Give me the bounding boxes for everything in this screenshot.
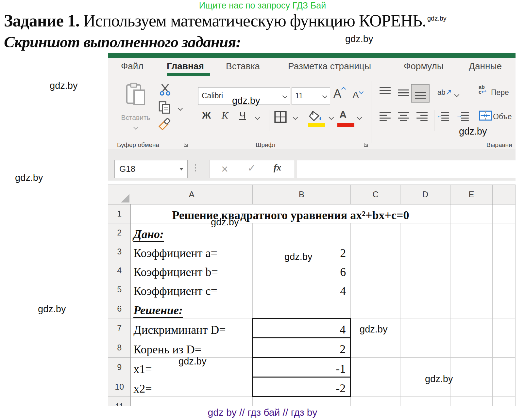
cell[interactable] xyxy=(493,377,516,397)
row-header[interactable]: 10 xyxy=(108,377,131,397)
cut-icon[interactable] xyxy=(160,83,171,97)
cell[interactable] xyxy=(493,223,516,242)
font-dialog-launcher-icon[interactable] xyxy=(364,142,369,149)
borders-chevron-icon[interactable] xyxy=(293,115,298,120)
tab-home[interactable]: Главная xyxy=(167,61,204,72)
cell[interactable] xyxy=(450,358,493,377)
clipboard-dialog-launcher-icon[interactable] xyxy=(184,142,189,149)
column-header-e[interactable]: E xyxy=(450,185,493,204)
row-header[interactable]: 2 xyxy=(108,223,131,242)
cell-label[interactable]: Коэффициент c= xyxy=(131,280,252,299)
decrease-indent-button[interactable]: ← xyxy=(438,111,449,122)
cell-label[interactable]: Корень из D= xyxy=(131,338,252,358)
cell[interactable] xyxy=(351,223,400,242)
row-header[interactable]: 8 xyxy=(108,338,131,358)
copy-chevron-icon[interactable] xyxy=(178,106,183,111)
align-middle-button[interactable] xyxy=(398,87,409,98)
row-header[interactable]: 7 xyxy=(108,318,131,338)
row-header[interactable]: 11 xyxy=(108,397,131,406)
column-header-a[interactable]: A xyxy=(131,185,252,204)
cell[interactable] xyxy=(450,242,493,261)
align-bottom-button[interactable] xyxy=(411,84,430,103)
cell[interactable] xyxy=(450,223,493,242)
cell[interactable] xyxy=(351,280,400,299)
cell-value[interactable]: 4 xyxy=(252,318,351,338)
format-painter-icon[interactable] xyxy=(158,118,171,133)
cell[interactable] xyxy=(493,204,516,223)
tab-data[interactable]: Данные xyxy=(469,61,502,72)
cell[interactable] xyxy=(400,223,450,242)
cell[interactable] xyxy=(493,261,516,280)
cell-value[interactable]: 4 xyxy=(252,280,351,299)
cell[interactable] xyxy=(351,377,400,397)
align-left-button[interactable] xyxy=(380,111,391,122)
insert-function-button[interactable]: fx xyxy=(274,162,281,173)
name-box[interactable]: G18 xyxy=(114,160,188,178)
cell[interactable] xyxy=(493,280,516,299)
select-all-button[interactable] xyxy=(108,185,131,204)
fill-color-chevron-icon[interactable] xyxy=(329,115,334,120)
cell-label[interactable]: Дискриминант D= xyxy=(131,318,252,338)
cell-reshenie[interactable]: Решение: xyxy=(131,299,252,318)
formula-bar-handle[interactable] xyxy=(195,163,196,176)
row-header[interactable]: 9 xyxy=(108,358,131,377)
font-size-combobox[interactable]: 11 xyxy=(292,87,330,105)
increase-indent-button[interactable]: → xyxy=(458,111,469,122)
cell[interactable] xyxy=(400,242,450,261)
grow-font-button[interactable]: А xyxy=(333,87,341,101)
cell[interactable] xyxy=(400,318,450,338)
bold-button[interactable]: Ж xyxy=(202,110,211,121)
column-header-f[interactable] xyxy=(493,185,516,204)
row-header[interactable]: 3 xyxy=(108,242,131,261)
column-header-d[interactable]: D xyxy=(400,185,450,204)
cell[interactable] xyxy=(493,397,516,406)
cell[interactable] xyxy=(400,397,450,406)
cell-value[interactable]: -2 xyxy=(252,377,351,397)
italic-button[interactable]: К xyxy=(222,110,228,121)
orientation-chevron-icon[interactable] xyxy=(454,92,460,97)
cell[interactable] xyxy=(252,223,351,242)
formula-input[interactable] xyxy=(297,160,516,178)
cell[interactable] xyxy=(450,377,493,397)
align-top-button[interactable] xyxy=(380,87,391,98)
column-header-c[interactable]: C xyxy=(351,185,400,204)
wrap-text-button[interactable]: ab c↩ Пере xyxy=(479,85,515,105)
paste-button[interactable]: Вставить xyxy=(114,82,157,141)
name-box-dropdown-icon[interactable] xyxy=(179,168,183,170)
column-header-b[interactable]: B xyxy=(252,185,351,204)
cell-value[interactable]: 6 xyxy=(252,261,351,280)
cell[interactable] xyxy=(450,318,493,338)
cell[interactable] xyxy=(450,338,493,358)
font-color-icon[interactable]: А xyxy=(339,109,347,121)
fill-color-icon[interactable] xyxy=(308,110,324,124)
cell[interactable] xyxy=(252,397,351,406)
cell[interactable] xyxy=(351,299,400,318)
cell-label[interactable]: Коэффициент b= xyxy=(131,261,252,280)
cell[interactable] xyxy=(351,242,400,261)
cell[interactable] xyxy=(493,242,516,261)
orientation-button[interactable]: ab↗ xyxy=(437,88,452,97)
cell[interactable] xyxy=(400,299,450,318)
borders-icon[interactable] xyxy=(274,110,287,125)
row-header[interactable]: 1 xyxy=(108,204,131,223)
cell[interactable] xyxy=(450,204,493,223)
cell[interactable] xyxy=(351,397,400,406)
enter-icon[interactable] xyxy=(247,162,256,174)
cell-label[interactable]: x2= xyxy=(131,377,252,397)
cell[interactable] xyxy=(493,358,516,377)
cell[interactable] xyxy=(131,397,252,406)
tab-file[interactable]: Файл xyxy=(121,61,144,72)
cell[interactable] xyxy=(400,280,450,299)
row-header[interactable]: 4 xyxy=(108,261,131,280)
underline-button[interactable]: Ч xyxy=(239,110,246,121)
cell[interactable] xyxy=(493,299,516,318)
font-color-chevron-icon[interactable] xyxy=(357,115,362,120)
copy-icon[interactable] xyxy=(158,101,171,116)
cell[interactable] xyxy=(450,261,493,280)
align-right-button[interactable] xyxy=(416,111,428,122)
cell[interactable] xyxy=(450,280,493,299)
cell[interactable] xyxy=(450,397,493,406)
cell[interactable] xyxy=(493,338,516,358)
cell[interactable] xyxy=(450,299,493,318)
tab-insert[interactable]: Вставка xyxy=(226,61,260,72)
